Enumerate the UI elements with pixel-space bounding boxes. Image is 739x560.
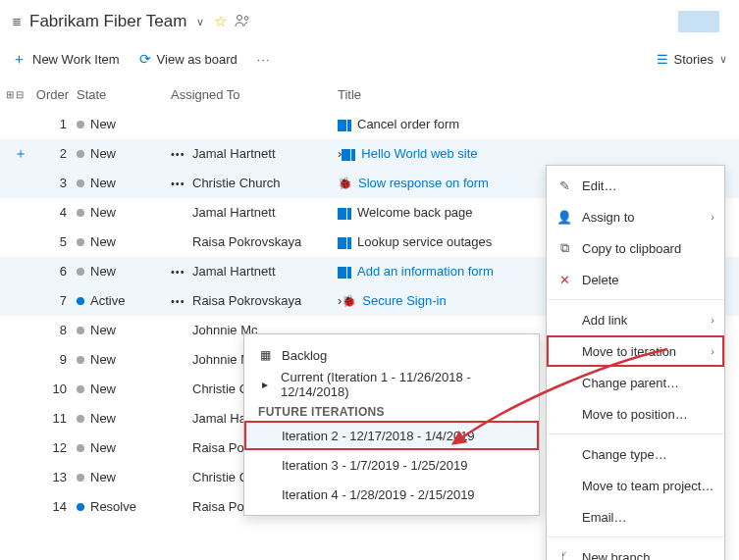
menu-label: Email… [582,510,627,525]
people-icon[interactable] [235,14,250,30]
submenu-iteration-item[interactable]: Iteration 3 - 1/7/2019 - 1/25/2019 [244,450,539,480]
row-order: 6 [35,264,77,279]
submenu-backlog-label: Backlog [282,348,327,363]
star-icon[interactable]: ☆ [214,13,227,30]
menu-label: New branch… [582,550,662,561]
context-menu-item[interactable]: Change type… [547,438,724,470]
row-title[interactable]: ›Hello World web site [338,146,739,161]
submenu-item-label: Iteration 4 - 1/28/2019 - 2/15/2019 [258,487,475,502]
expand-all-icon[interactable]: ⊞ [6,89,14,100]
new-work-item-button[interactable]: ＋ New Work Item [12,50,120,69]
stories-dropdown[interactable]: ☰ Stories ∨ [657,52,727,67]
row-state: New [77,176,171,190]
row-assigned: Raisa Pokrovskaya [192,293,338,308]
submenu-heading: FUTURE ITERATIONS [244,399,539,421]
submenu-current-label: Current (Iteration 1 - 11/26/2018 - 12/1… [281,370,525,399]
row-assigned: Raisa Pokrovskaya [192,234,338,249]
list-icon: ≣ [12,15,22,28]
col-assigned[interactable]: Assigned To [171,87,338,102]
pbi-icon [338,267,351,279]
row-title-text: Cancel order form [357,117,459,131]
context-menu-item[interactable]: ✕Delete [547,264,724,295]
toolbar: ＋ New Work Item ⟳ View as board ··· ☰ St… [0,43,739,80]
submenu-current[interactable]: ▸ Current (Iteration 1 - 11/26/2018 - 12… [244,370,539,399]
team-title[interactable]: Fabrikam Fiber Team [29,12,186,31]
bug-icon: 🐞 [338,177,352,190]
menu-label: Move to iteration [582,344,676,359]
row-title-text[interactable]: Secure Sign-in [362,293,446,308]
ellipsis-icon: ··· [257,52,271,67]
pbi-icon [338,208,351,220]
view-as-board-label: View as board [157,52,238,67]
backlog-icon: ▦ [258,348,272,362]
row-state: New [77,323,171,337]
row-state: New [77,146,171,161]
col-title[interactable]: Title [338,87,739,102]
row-order: 1 [35,117,77,131]
header: ≣ Fabrikam Fiber Team ∨ ☆ [0,0,739,43]
more-actions-button[interactable]: ··· [257,52,271,67]
submenu-item-label: Iteration 3 - 1/7/2019 - 1/25/2019 [258,458,467,473]
chevron-down-icon[interactable]: ∨ [194,16,206,28]
row-title-text[interactable]: Slow response on form [358,176,489,190]
collapse-all-icon[interactable]: ⊟ [16,89,24,100]
menu-label: Edit… [582,178,616,193]
menu-label: Copy to clipboard [582,241,681,256]
row-actions-button[interactable]: ••• [171,148,192,160]
row-actions-button[interactable]: ••• [171,266,192,278]
menu-label: Delete [582,273,619,287]
state-dot-icon [77,297,84,305]
context-menu-item[interactable]: Move to team project… [547,470,724,501]
pbi-icon [342,149,355,161]
menu-icon: ✕ [556,273,572,287]
menu-label: Move to position… [582,407,688,422]
context-menu-item[interactable]: ᚶNew branch… [547,541,724,560]
context-menu-item[interactable]: Add link› [547,304,724,335]
row-title-text[interactable]: Add an information form [357,264,494,279]
context-menu-item[interactable]: Move to iteration› [547,335,724,367]
stories-icon: ☰ [657,52,668,67]
col-state[interactable]: State [77,87,171,102]
state-dot-icon [77,385,84,393]
row-add-icon[interactable]: ＋ [6,145,35,163]
submenu-backlog[interactable]: ▦ Backlog [244,340,539,370]
row-order: 12 [35,440,77,455]
row-title[interactable]: Cancel order form [338,117,739,131]
context-menu-item[interactable]: ✎Edit… [547,170,724,201]
table-row[interactable]: 1NewCancel order form [0,110,739,139]
row-state: New [77,411,171,426]
state-dot-icon [77,209,84,217]
context-menu-item[interactable]: ⧉Copy to clipboard [547,232,724,264]
col-order[interactable]: Order [35,87,77,102]
bug-icon: 🐞 [342,294,356,308]
menu-label: Add link [582,313,627,328]
row-actions-button[interactable]: ••• [171,178,192,189]
pbi-icon [338,120,351,131]
plus-icon: ＋ [12,50,26,69]
expand-collapse-controls[interactable]: ⊞ ⊟ [6,89,35,100]
context-menu-item[interactable]: Move to position… [547,398,724,430]
context-menu-item[interactable]: 👤Assign to› [547,201,724,232]
context-menu: ✎Edit…👤Assign to›⧉Copy to clipboard✕Dele… [546,165,725,560]
row-order: 14 [35,499,77,514]
caret-right-icon: ▸ [258,378,271,391]
submenu-iteration-item[interactable]: Iteration 2 - 12/17/2018 - 1/4/2019 [244,421,539,450]
row-order: 9 [35,352,77,367]
menu-label: Change parent… [582,376,679,390]
row-actions-button[interactable]: ••• [171,295,192,307]
view-as-board-button[interactable]: ⟳ View as board [139,51,238,67]
row-state: Resolve [77,499,171,514]
row-order: 4 [35,205,77,220]
context-menu-item[interactable]: Email… [547,501,724,533]
row-state: New [77,205,171,220]
submenu-iteration-item[interactable]: Iteration 4 - 1/28/2019 - 2/15/2019 [244,480,539,509]
row-order: 2 [35,146,77,161]
row-state: New [77,264,171,279]
state-dot-icon [77,356,84,364]
context-menu-item[interactable]: Change parent… [547,367,724,398]
new-work-item-label: New Work Item [32,52,120,67]
menu-label: Assign to [582,210,634,225]
row-state: Active [77,293,171,308]
row-state: New [77,440,171,455]
row-title-text[interactable]: Hello World web site [361,146,477,161]
